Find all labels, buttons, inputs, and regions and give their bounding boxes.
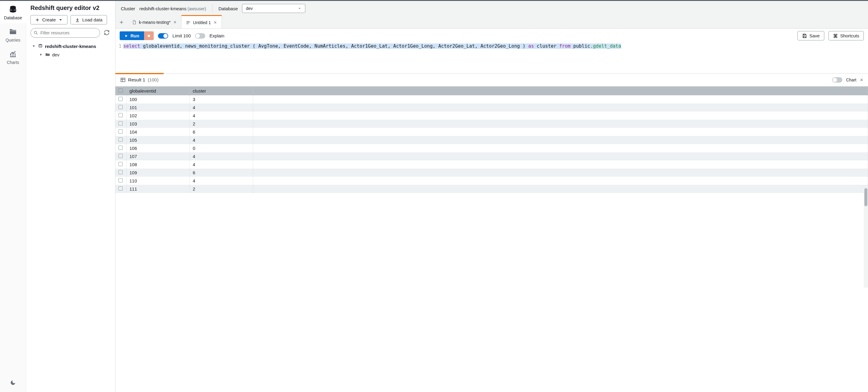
gutter: 1 bbox=[116, 43, 123, 73]
cell-cluster: 3 bbox=[190, 95, 253, 103]
table-row[interactable]: 1024 bbox=[116, 112, 868, 120]
table-row[interactable]: 1084 bbox=[116, 160, 868, 169]
cell-cluster: 4 bbox=[190, 112, 253, 120]
tab-label: Untitled 1 bbox=[193, 20, 211, 25]
table-row[interactable]: 1074 bbox=[116, 152, 868, 160]
topbar: Cluster redshift-cluster-kmeans (awsuser… bbox=[116, 1, 868, 16]
shortcuts-button[interactable]: Shortcuts bbox=[829, 31, 864, 40]
result-tab-label: Result 1 bbox=[128, 77, 145, 83]
file-icon bbox=[132, 20, 136, 25]
table-row[interactable]: 1003 bbox=[116, 95, 868, 103]
row-checkbox[interactable] bbox=[119, 97, 123, 101]
row-checkbox[interactable] bbox=[119, 138, 123, 142]
stop-button[interactable] bbox=[144, 31, 154, 40]
row-checkbox[interactable] bbox=[119, 105, 123, 109]
row-checkbox[interactable] bbox=[119, 154, 123, 158]
row-checkbox[interactable] bbox=[119, 186, 123, 190]
row-checkbox[interactable] bbox=[119, 178, 123, 182]
results-grid[interactable]: globaleventid cluster 100310141024103210… bbox=[116, 87, 868, 392]
nav-rail: Database Queries Charts bbox=[0, 1, 26, 392]
refresh-icon bbox=[104, 30, 110, 36]
caret-down-icon bbox=[298, 7, 301, 10]
command-icon bbox=[833, 33, 838, 38]
cell-globaleventid: 111 bbox=[126, 185, 190, 193]
results-close[interactable]: × bbox=[860, 77, 863, 83]
rail-database[interactable]: Database bbox=[0, 1, 26, 23]
database-select[interactable]: dev bbox=[242, 4, 305, 13]
cluster-label: Cluster bbox=[121, 6, 135, 11]
tab-untitled[interactable]: Untitled 1 × bbox=[181, 15, 222, 28]
load-data-button[interactable]: Load data bbox=[70, 15, 107, 24]
row-checkbox[interactable] bbox=[119, 162, 123, 166]
rail-label: Charts bbox=[7, 60, 19, 65]
main: Cluster redshift-cluster-kmeans (awsuser… bbox=[116, 1, 868, 392]
table-row[interactable]: 1104 bbox=[116, 177, 868, 185]
cell-cluster: 6 bbox=[190, 169, 253, 177]
save-icon bbox=[802, 33, 807, 38]
run-label: Run bbox=[130, 33, 139, 38]
cell-globaleventid: 108 bbox=[126, 160, 190, 169]
code-editor[interactable]: 1 select globaleventid, news_monitoring_… bbox=[116, 43, 868, 73]
row-checkbox[interactable] bbox=[119, 121, 123, 125]
column-header[interactable]: cluster bbox=[190, 87, 253, 95]
tab-close[interactable]: × bbox=[213, 20, 217, 25]
tab-kmeans-testing[interactable]: k-means-testing* × bbox=[127, 16, 181, 28]
table-row[interactable]: 1032 bbox=[116, 120, 868, 128]
table-row[interactable]: 1112 bbox=[116, 185, 868, 193]
result-tab[interactable]: Result 1 (100) bbox=[116, 73, 163, 86]
run-button[interactable]: Run bbox=[120, 31, 144, 40]
database-icon bbox=[9, 5, 17, 13]
row-checkbox[interactable] bbox=[119, 129, 123, 133]
row-checkbox[interactable] bbox=[119, 170, 123, 174]
table-row[interactable]: 1060 bbox=[116, 144, 868, 152]
row-checkbox[interactable] bbox=[119, 113, 123, 117]
svg-rect-5 bbox=[121, 78, 125, 82]
new-tab-button[interactable] bbox=[116, 16, 127, 28]
refresh-button[interactable] bbox=[102, 28, 111, 38]
tree-db[interactable]: dev bbox=[38, 50, 111, 59]
moon-icon bbox=[10, 380, 16, 386]
create-button[interactable]: Create bbox=[30, 15, 67, 24]
cell-globaleventid: 101 bbox=[126, 103, 190, 112]
rail-queries[interactable]: Queries bbox=[0, 23, 26, 46]
cell-globaleventid: 103 bbox=[126, 120, 190, 128]
divider bbox=[212, 4, 213, 13]
database-icon bbox=[38, 43, 43, 49]
svg-rect-4 bbox=[148, 35, 150, 37]
table-row[interactable]: 1054 bbox=[116, 136, 868, 144]
theme-toggle[interactable] bbox=[4, 374, 22, 392]
grid-header-row: globaleventid cluster bbox=[116, 87, 868, 95]
column-header[interactable]: globaleventid bbox=[126, 87, 190, 95]
code-text[interactable]: select globaleventid, news_monitoring_cl… bbox=[123, 43, 868, 73]
tree-cluster-label: redshift-cluster-kmeans bbox=[45, 44, 96, 49]
table-row[interactable]: 1096 bbox=[116, 169, 868, 177]
row-checkbox[interactable] bbox=[119, 146, 123, 150]
results-panel: Result 1 (100) Chart × globaleventid bbox=[116, 73, 868, 392]
cell-cluster: 4 bbox=[190, 177, 253, 185]
save-label: Save bbox=[809, 33, 819, 38]
limit-toggle[interactable] bbox=[158, 33, 168, 39]
chart-toggle[interactable] bbox=[832, 77, 842, 83]
cell-cluster: 4 bbox=[190, 103, 253, 112]
svg-point-2 bbox=[34, 31, 37, 34]
play-icon bbox=[124, 34, 128, 38]
download-icon bbox=[75, 18, 80, 22]
tab-close[interactable]: × bbox=[173, 20, 177, 25]
plus-icon bbox=[119, 20, 124, 25]
explain-toggle[interactable] bbox=[195, 33, 205, 39]
table-row[interactable]: 1014 bbox=[116, 103, 868, 112]
results-tabstrip: Result 1 (100) Chart × bbox=[116, 73, 868, 87]
checkbox-header[interactable] bbox=[116, 87, 126, 95]
cell-globaleventid: 102 bbox=[126, 112, 190, 120]
table-row[interactable]: 1046 bbox=[116, 128, 868, 136]
cluster-value: redshift-cluster-kmeans bbox=[140, 6, 187, 11]
rail-charts[interactable]: Charts bbox=[0, 46, 26, 68]
search-icon bbox=[33, 30, 38, 35]
scrollbar[interactable] bbox=[864, 188, 868, 288]
save-button[interactable]: Save bbox=[798, 31, 824, 40]
cell-cluster: 0 bbox=[190, 144, 253, 152]
filter-resources-input[interactable] bbox=[30, 28, 100, 38]
limit-label: Limit 100 bbox=[173, 33, 191, 38]
cell-globaleventid: 106 bbox=[126, 144, 190, 152]
tree-cluster[interactable]: redshift-cluster-kmeans bbox=[30, 42, 111, 50]
